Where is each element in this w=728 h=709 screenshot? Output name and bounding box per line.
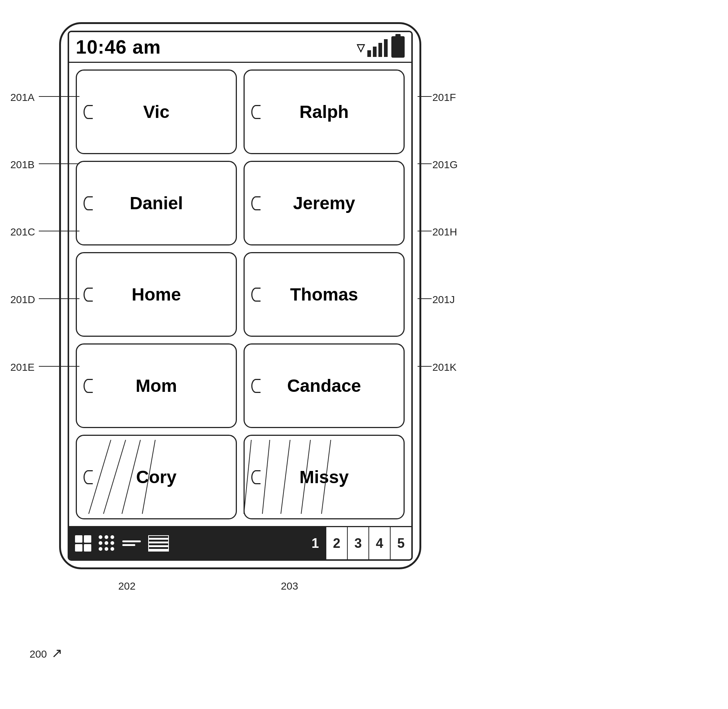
toolbar: 1 2 3 4 5 <box>69 526 411 559</box>
connector-201f <box>418 96 432 97</box>
contact-name-candace: Candace <box>287 376 361 396</box>
contacts-grid: Vic Ralph Daniel Jeremy Home Thomas Mom … <box>69 63 411 526</box>
page-tab-5[interactable]: 5 <box>390 527 411 559</box>
label-201d: 201D <box>10 294 35 306</box>
signal-icon: ▿ <box>357 37 388 57</box>
label-202: 202 <box>118 581 135 592</box>
contact-btn-thomas[interactable]: Thomas <box>243 252 405 337</box>
dots-icon[interactable] <box>93 533 117 554</box>
label-201f: 201F <box>432 92 456 104</box>
page-tab-1[interactable]: 1 <box>304 527 326 559</box>
contact-name-daniel: Daniel <box>130 193 183 213</box>
page-tab-3[interactable]: 3 <box>347 527 368 559</box>
status-icons: ▿ <box>357 36 405 58</box>
contact-btn-jeremy[interactable]: Jeremy <box>243 161 405 245</box>
battery-icon <box>391 36 405 58</box>
page-tab-2[interactable]: 2 <box>326 527 347 559</box>
label-201k: 201K <box>432 362 456 373</box>
label-201c: 201C <box>10 226 35 238</box>
label-200: 200 ↗ <box>29 645 63 661</box>
grid-icon[interactable] <box>73 533 93 554</box>
label-201j: 201J <box>432 294 455 306</box>
contact-btn-candace[interactable]: Candace <box>243 343 405 428</box>
label-203: 203 <box>281 581 298 592</box>
contact-btn-mom[interactable]: Mom <box>76 343 237 428</box>
contact-name-thomas: Thomas <box>290 284 358 305</box>
contact-name-home: Home <box>131 284 181 305</box>
lines-icon[interactable] <box>117 538 143 548</box>
signal-bars <box>367 39 388 57</box>
toolbar-left <box>69 527 304 559</box>
arrow-icon: ↗ <box>51 645 63 661</box>
status-bar: 10:46 am ▿ <box>69 32 411 63</box>
contact-btn-home[interactable]: Home <box>76 252 237 337</box>
contact-btn-vic[interactable]: Vic <box>76 70 237 154</box>
contact-name-mom: Mom <box>135 376 177 396</box>
connector-201c <box>39 230 83 231</box>
contact-btn-missy[interactable]: Missy <box>243 435 405 519</box>
connector-201a <box>39 96 83 97</box>
label-201g: 201G <box>432 159 458 171</box>
label-201a: 201A <box>10 92 34 104</box>
label-201b: 201B <box>10 159 34 171</box>
connector-201g <box>418 163 432 164</box>
label-201h: 201H <box>432 226 457 238</box>
time-display: 10:46 am <box>76 36 161 58</box>
connector-201b <box>39 163 83 164</box>
contact-name-ralph: Ralph <box>299 102 348 122</box>
contact-name-vic: Vic <box>143 102 169 122</box>
contact-name-jeremy: Jeremy <box>293 193 355 213</box>
connector-201d <box>39 298 83 299</box>
funnel-icon: ▿ <box>357 37 365 57</box>
contact-btn-ralph[interactable]: Ralph <box>243 70 405 154</box>
device-frame: 10:46 am ▿ Vic <box>59 22 421 569</box>
connector-201h <box>418 230 432 231</box>
stripes-icon[interactable] <box>143 533 171 554</box>
contact-name-missy: Missy <box>299 467 348 487</box>
connector-201j <box>418 298 432 299</box>
label-201e: 201E <box>10 362 34 373</box>
contact-btn-cory[interactable]: Cory <box>76 435 237 519</box>
page-tab-4[interactable]: 4 <box>368 527 390 559</box>
connector-201k <box>418 366 432 367</box>
connector-201e <box>39 366 83 367</box>
contact-btn-daniel[interactable]: Daniel <box>76 161 237 245</box>
page-tabs: 1 2 3 4 5 <box>304 527 411 559</box>
contact-name-cory: Cory <box>136 467 176 487</box>
screen: 10:46 am ▿ Vic <box>68 31 413 561</box>
